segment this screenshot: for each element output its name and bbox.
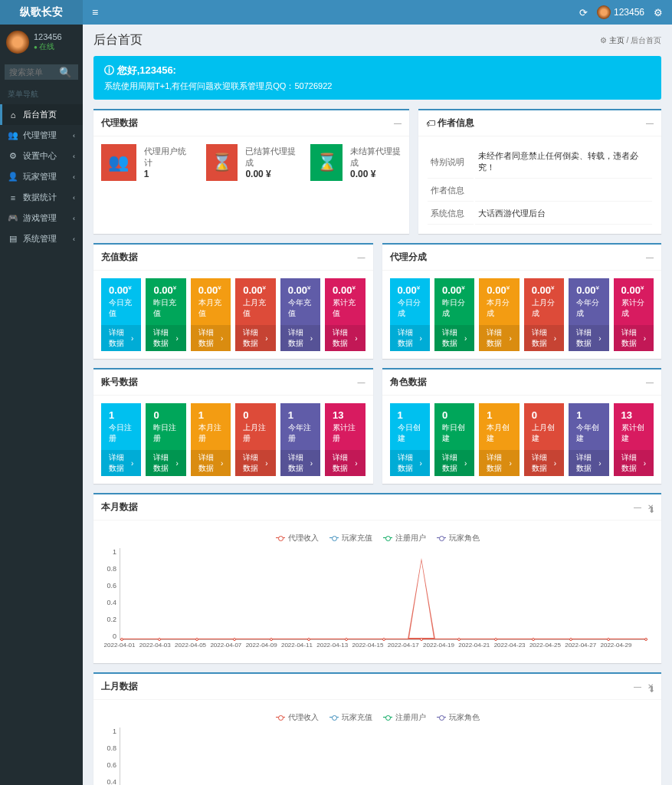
- menu-icon: 🎮: [8, 213, 18, 223]
- menu-label: 游戏管理: [23, 212, 57, 224]
- sidebar-item[interactable]: ▤ 系统管理 ‹: [0, 228, 83, 249]
- detail-link[interactable]: 详细数据›: [524, 450, 564, 476]
- arrow-right-icon: ›: [554, 459, 556, 468]
- menu-icon: ≡: [8, 193, 18, 202]
- stat-box: 0 上月注册 详细数据›: [235, 403, 275, 476]
- stat-box: 0.00¥ 上月分成 详细数据›: [524, 278, 564, 351]
- detail-link[interactable]: 详细数据›: [614, 450, 654, 476]
- menu-icon: 👥: [8, 130, 18, 140]
- stat-box: 0.00¥ 今年充值 详细数据›: [280, 278, 320, 351]
- collapse-icon[interactable]: —: [646, 378, 654, 386]
- stat-box: 0.00¥ 今年分成 详细数据›: [569, 278, 608, 351]
- sidebar-item[interactable]: ⚙ 设置中心 ‹: [0, 146, 83, 166]
- tag-icon: 🏷: [426, 118, 435, 129]
- stat-box: 13 累计注册 详细数据›: [325, 403, 365, 476]
- detail-link[interactable]: 详细数据›: [280, 450, 320, 476]
- logo[interactable]: 纵歌长安: [0, 0, 83, 25]
- breadcrumb: ⚙ 主页 / 后台首页: [600, 35, 661, 46]
- detail-link[interactable]: 详细数据›: [101, 450, 141, 476]
- chevron-left-icon: ‹: [73, 153, 75, 160]
- detail-link[interactable]: 详细数据›: [191, 325, 231, 351]
- stat-box: 13 累计创建 详细数据›: [614, 403, 654, 476]
- info-item: 👥 代理用户统计1: [101, 144, 192, 181]
- collapse-icon[interactable]: —: [646, 119, 654, 127]
- detail-link[interactable]: 详细数据›: [280, 325, 320, 351]
- sidebar-toggle-icon[interactable]: ≡: [83, 6, 107, 18]
- avatar-icon: [6, 31, 29, 54]
- page-title: 后台首页: [93, 32, 143, 48]
- detail-link[interactable]: 详细数据›: [235, 325, 275, 351]
- sidebar-item[interactable]: 👥 代理管理 ‹: [0, 125, 83, 146]
- stat-box: 0.00¥ 今日分成 详细数据›: [390, 278, 430, 351]
- settings-icon[interactable]: ⚙: [654, 7, 663, 18]
- detail-link[interactable]: 详细数据›: [325, 450, 365, 476]
- search-input[interactable]: [5, 64, 53, 80]
- stat-box: 0.00¥ 累计充值 详细数据›: [325, 278, 365, 351]
- arrow-right-icon: ›: [176, 459, 179, 468]
- detail-link[interactable]: 详细数据›: [390, 450, 430, 476]
- refresh-icon[interactable]: ⟳: [579, 7, 588, 18]
- info-icon: 👥: [101, 144, 136, 181]
- chevron-left-icon: ‹: [73, 215, 75, 222]
- detail-link[interactable]: 详细数据›: [101, 325, 141, 351]
- download-icon[interactable]: ⬇: [648, 505, 655, 515]
- author-info-box: 🏷 作者信息— 特别说明未经作者同意禁止任何倒卖、转载，违者必究！作者信息系统信…: [418, 109, 661, 234]
- user-panel: 123456 在线: [0, 25, 83, 60]
- collapse-icon[interactable]: —: [358, 378, 366, 386]
- chart-plot: 10.80.60.40.20 2022-03-012022-03-032022-…: [101, 728, 654, 785]
- user-menu[interactable]: 123456: [597, 5, 644, 19]
- avatar-icon: [597, 5, 611, 19]
- arrow-right-icon: ›: [265, 459, 267, 468]
- sidebar-item[interactable]: 👤 玩家管理 ‹: [0, 166, 83, 187]
- top-header: 纵歌长安 ≡ ⟳ 123456 ⚙: [0, 0, 672, 25]
- detail-link[interactable]: 详细数据›: [569, 325, 608, 351]
- collapse-icon[interactable]: —: [358, 253, 366, 261]
- detail-link[interactable]: 详细数据›: [325, 325, 365, 351]
- breadcrumb-home[interactable]: 主页: [609, 36, 624, 44]
- detail-link[interactable]: 详细数据›: [146, 450, 185, 476]
- stat-box: 0.00¥ 今日充值 详细数据›: [101, 278, 141, 351]
- collapse-icon[interactable]: —: [634, 682, 641, 691]
- menu-label: 后台首页: [23, 109, 57, 120]
- detail-link[interactable]: 详细数据›: [479, 450, 519, 476]
- agent-data-box: 代理数据— 👥 代理用户统计1 ⌛ 已结算代理提成0.00 ¥ ⌛ 未结算代理提…: [93, 109, 409, 234]
- detail-link[interactable]: 详细数据›: [434, 450, 474, 476]
- download-icon[interactable]: ⬇: [648, 685, 655, 695]
- commission-box: 代理分成— 0.00¥ 今日分成 详细数据› 0.00¥ 昨日分成 详细数据› …: [382, 243, 662, 359]
- sidebar-item[interactable]: ≡ 数据统计 ‹: [0, 187, 83, 208]
- chart-box: 本月数据 —✕ 代理收入玩家充值注册用户玩家角色 ⬇ 10.80.60.40.2…: [93, 493, 661, 663]
- collapse-icon[interactable]: —: [634, 503, 641, 511]
- detail-link[interactable]: 详细数据›: [146, 325, 185, 351]
- arrow-right-icon: ›: [464, 334, 467, 343]
- sidebar: 123456 在线 🔍 菜单导航 ⌂ 后台首页 👥 代理管理 ‹ ⚙ 设置中心 …: [0, 25, 83, 785]
- collapse-icon[interactable]: —: [646, 253, 654, 261]
- detail-link[interactable]: 详细数据›: [191, 450, 231, 476]
- arrow-right-icon: ›: [554, 334, 556, 343]
- detail-link[interactable]: 详细数据›: [434, 325, 474, 351]
- stat-box: 1 本月注册 详细数据›: [191, 403, 231, 476]
- stat-box: 1 今年创建 详细数据›: [569, 403, 608, 476]
- gear-icon: ⚙: [600, 36, 607, 44]
- recharge-box: 充值数据— 0.00¥ 今日充值 详细数据› 0.00¥ 昨日充值 详细数据› …: [93, 243, 373, 359]
- detail-link[interactable]: 详细数据›: [524, 325, 564, 351]
- arrow-right-icon: ›: [176, 334, 179, 343]
- detail-link[interactable]: 详细数据›: [614, 325, 654, 351]
- collapse-icon[interactable]: —: [394, 119, 402, 127]
- chart-legend: 代理收入玩家充值注册用户玩家角色: [101, 528, 654, 548]
- detail-link[interactable]: 详细数据›: [569, 450, 608, 476]
- header-username: 123456: [614, 7, 644, 18]
- detail-link[interactable]: 详细数据›: [235, 450, 275, 476]
- menu-icon: ⌂: [8, 110, 18, 120]
- chevron-left-icon: ‹: [73, 235, 75, 243]
- arrow-right-icon: ›: [509, 334, 511, 343]
- sidebar-item[interactable]: 🎮 游戏管理 ‹: [0, 208, 83, 228]
- info-icon: ⓘ: [104, 64, 117, 76]
- arrow-right-icon: ›: [644, 334, 646, 343]
- search-button[interactable]: 🔍: [53, 64, 78, 80]
- arrow-right-icon: ›: [644, 459, 646, 468]
- detail-link[interactable]: 详细数据›: [390, 325, 430, 351]
- breadcrumb-current: 后台首页: [631, 36, 661, 44]
- arrow-right-icon: ›: [355, 334, 357, 343]
- sidebar-item[interactable]: ⌂ 后台首页: [0, 104, 83, 125]
- detail-link[interactable]: 详细数据›: [479, 325, 519, 351]
